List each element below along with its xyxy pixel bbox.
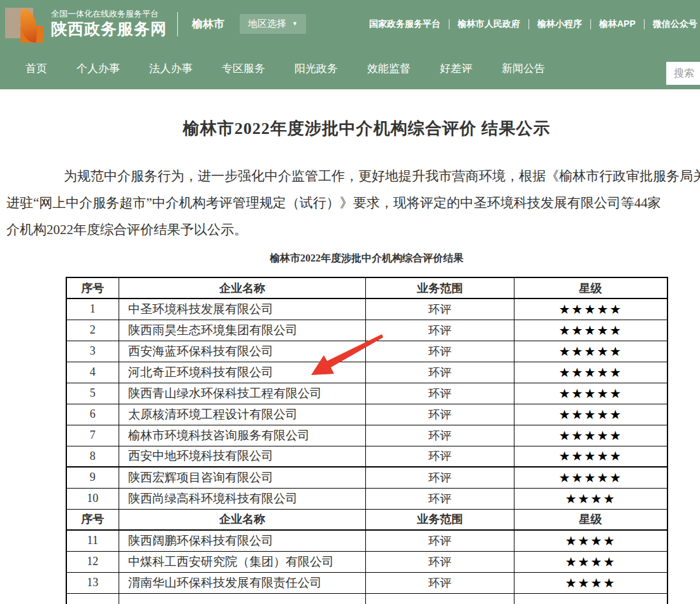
- table-header-cell: 星级: [514, 509, 667, 530]
- table-cell-name: 陕西宏辉项目咨询有限公司: [119, 467, 366, 488]
- table-row: 3西安海蓝环保科技有限公司环评★★★★★: [66, 341, 667, 362]
- table-header-row: 序号企业名称业务范围星级: [66, 277, 667, 298]
- table-row: 11陕西阔鹏环保科技有限公司环评★★★★: [66, 530, 667, 551]
- table-cell-name: 陕西阔鹏环保科技有限公司: [119, 530, 366, 551]
- table-row: 12中煤科工西安研究院（集团）有限公司环评★★★★: [66, 551, 667, 572]
- table-row: 6太原核清环境工程设计有限公司环评★★★★★: [66, 404, 667, 425]
- search-input[interactable]: [666, 62, 700, 85]
- top-link[interactable]: 榆林APP: [591, 18, 644, 30]
- table-cell-name: 榆林市环境科技咨询服务有限公司: [119, 425, 366, 446]
- table-cell-scope: 环评: [366, 530, 514, 551]
- table-cell-no: 13: [66, 572, 119, 593]
- region-select-button[interactable]: 地区选择 ▼: [240, 14, 306, 34]
- table-row-partial: [66, 593, 667, 604]
- table-header-cell: 业务范围: [366, 277, 514, 298]
- nav-item[interactable]: 首页: [26, 61, 47, 76]
- site-logo[interactable]: [5, 6, 43, 43]
- table-cell-scope: 环评: [366, 551, 514, 572]
- table-row: 1中圣环境科技发展有限公司环评★★★★★: [66, 298, 667, 320]
- top-link[interactable]: 国家政务服务平台: [361, 18, 449, 30]
- table-cell-scope: 环评: [366, 320, 514, 341]
- table-cell-name: 陕西尚绿高科环境科技有限公司: [119, 488, 366, 509]
- table-cell-scope: 环评: [366, 362, 514, 383]
- table-cell-no: 12: [66, 551, 119, 572]
- table-cell-stars: ★★★★★: [514, 425, 667, 446]
- region-select-label: 地区选择: [248, 18, 286, 30]
- table-cell-stars: ★★★★★: [514, 404, 667, 425]
- page-title: 榆林市2022年度涉批中介机构综合评价 结果公示: [0, 117, 700, 140]
- nav-item[interactable]: 法人办事: [149, 61, 193, 76]
- table-header-cell: 序号: [66, 509, 119, 530]
- paragraph-line: 介机构2022年度综合评价结果予以公示。: [0, 216, 700, 243]
- table-cell-scope: 环评: [366, 383, 514, 404]
- table-cell-stars: ★★★★: [514, 572, 667, 593]
- table-row: 10陕西尚绿高科环境科技有限公司环评★★★★: [66, 488, 667, 509]
- table-cell-name: 渭南华山环保科技发展有限责任公司: [119, 572, 366, 593]
- table-caption: 榆林市2022年度涉批中介机构综合评价结果: [0, 252, 700, 265]
- evaluation-table: 序号企业名称业务范围星级1中圣环境科技发展有限公司环评★★★★★2陕西雨昊生态环…: [66, 277, 668, 604]
- table-row: 13渭南华山环保科技发展有限责任公司环评★★★★: [66, 572, 667, 593]
- table-row: 5陕西青山绿水环保科技工程有限公司环评★★★★★: [66, 383, 667, 404]
- table-cell-scope: 环评: [366, 446, 514, 467]
- nav-item[interactable]: 效能监督: [367, 61, 411, 76]
- table-cell-scope: 环评: [366, 425, 514, 446]
- table-cell-no: 10: [66, 488, 119, 509]
- nav-item[interactable]: 个人办事: [77, 61, 120, 76]
- announcement-paragraph: 为规范中介服务行为，进一步强化中介监管工作，更好地提升我市营商环境，根据《榆林市…: [0, 163, 700, 243]
- table-cell-empty: [366, 593, 514, 604]
- table-cell-empty: [66, 593, 119, 604]
- table-cell-stars: ★★★★★: [514, 446, 667, 467]
- table-row: 9陕西宏辉项目咨询有限公司环评★★★★★: [66, 467, 667, 488]
- table-cell-stars: ★★★★★: [514, 467, 667, 488]
- table-cell-name: 中圣环境科技发展有限公司: [119, 298, 366, 320]
- site-header: 全国一体化在线政务服务平台 陕西政务服务网 榆林市 地区选择 ▼ 国家政务服务平…: [0, 0, 700, 48]
- table-cell-scope: 环评: [366, 467, 514, 488]
- table-row: 2陕西雨昊生态环境集团有限公司环评★★★★★: [66, 320, 667, 341]
- table-row: 7榆林市环境科技咨询服务有限公司环评★★★★★: [66, 425, 667, 446]
- table-cell-stars: ★★★★★: [514, 320, 667, 341]
- table-row: 4河北奇正环境科技有限公司环评★★★★★: [66, 362, 667, 383]
- table-cell-name: 中煤科工西安研究院（集团）有限公司: [119, 551, 366, 572]
- table-cell-no: 3: [66, 341, 119, 362]
- evaluation-table-body: 序号企业名称业务范围星级1中圣环境科技发展有限公司环评★★★★★2陕西雨昊生态环…: [66, 277, 667, 604]
- table-header-cell: 企业名称: [119, 277, 366, 298]
- table-cell-no: 11: [66, 530, 119, 551]
- announcement-page: 榆林市2022年度涉批中介机构综合评价 结果公示 为规范中介服务行为，进一步强化…: [0, 117, 700, 604]
- table-cell-no: 9: [66, 467, 119, 488]
- brand-divider: [177, 12, 178, 36]
- top-link[interactable]: 榆林市人民政府: [449, 18, 529, 30]
- table-header-row: 序号企业名称业务范围星级: [66, 509, 667, 530]
- table-cell-stars: ★★★★: [514, 488, 667, 509]
- table-cell-no: 6: [66, 404, 119, 425]
- table-cell-no: 2: [66, 320, 119, 341]
- table-cell-name: 太原核清环境工程设计有限公司: [119, 404, 366, 425]
- table-header-cell: 业务范围: [366, 509, 514, 530]
- chevron-down-icon: ▼: [292, 21, 298, 27]
- nav-item[interactable]: 阳光政务: [295, 61, 338, 76]
- table-cell-scope: 环评: [366, 298, 514, 320]
- nav-item[interactable]: 好差评: [440, 61, 472, 76]
- table-cell-stars: ★★★★: [514, 530, 667, 551]
- table-row: 8西安中地环境科技有限公司环评★★★★★: [66, 446, 667, 467]
- table-cell-name: 陕西青山绿水环保科技工程有限公司: [119, 383, 366, 404]
- brand-site-name: 陕西政务服务网: [51, 19, 167, 39]
- table-header-cell: 星级: [514, 277, 667, 298]
- top-link[interactable]: 微信公众号: [645, 18, 700, 30]
- main-nav: 首页个人办事法人办事专区服务阳光政务效能监督好差评新闻公告: [0, 48, 700, 89]
- table-cell-stars: ★★★★★: [514, 383, 667, 404]
- top-links: 国家政务服务平台榆林市人民政府榆林小程序榆林APP微信公众号注册: [361, 0, 700, 48]
- table-cell-empty: [514, 593, 667, 604]
- nav-item[interactable]: 专区服务: [222, 61, 265, 76]
- table-cell-stars: ★★★★★: [514, 362, 667, 383]
- table-header-cell: 序号: [66, 277, 119, 298]
- nav-item[interactable]: 新闻公告: [502, 61, 545, 76]
- table-cell-empty: [119, 593, 366, 604]
- table-cell-stars: ★★★★★: [514, 341, 667, 362]
- table-cell-no: 5: [66, 383, 119, 404]
- table-cell-no: 7: [66, 425, 119, 446]
- table-cell-name: 西安海蓝环保科技有限公司: [119, 341, 366, 362]
- table-cell-scope: 环评: [366, 488, 514, 509]
- table-cell-name: 河北奇正环境科技有限公司: [119, 362, 366, 383]
- current-city-label: 榆林市: [192, 17, 224, 31]
- top-link[interactable]: 榆林小程序: [529, 18, 590, 30]
